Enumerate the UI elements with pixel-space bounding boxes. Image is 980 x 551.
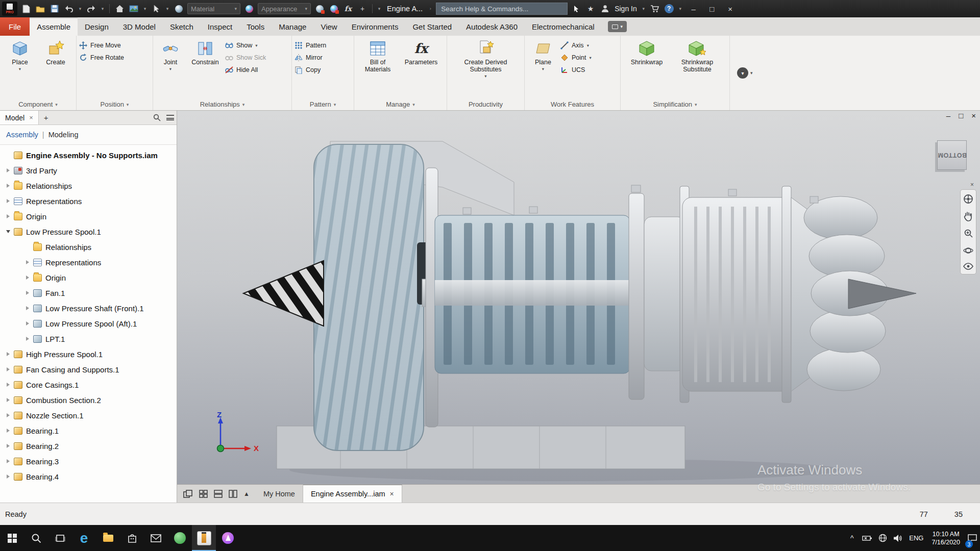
axis-button[interactable]: Axis ▾ — [560, 41, 592, 49]
tree-expand-icon[interactable] — [4, 457, 12, 465]
tree-expand-icon[interactable] — [4, 151, 12, 159]
pan-hand-icon[interactable] — [964, 211, 973, 221]
doc-restore-button[interactable]: □ — [959, 111, 963, 120]
ribbon-group-title-component[interactable]: Component▾ — [0, 98, 76, 110]
material-sphere-icon[interactable] — [173, 3, 184, 15]
tree-expand-icon[interactable] — [4, 472, 12, 481]
tree-expand-icon[interactable] — [4, 182, 12, 190]
close-doc-tab-icon[interactable]: × — [390, 490, 394, 498]
tab-assembly[interactable]: Assembly — [6, 131, 38, 139]
browser-tab-model[interactable]: Model × — [0, 111, 39, 124]
volume-icon[interactable] — [890, 525, 905, 551]
tree-item[interactable]: Low Pressure Spool.1 — [0, 224, 177, 239]
ribbon-tab[interactable]: Inspect — [201, 17, 239, 36]
engine-3d-model[interactable] — [177, 111, 980, 484]
tab-engine-assembly[interactable]: Engine Assembly...iam × — [303, 485, 402, 503]
shrinkwrap-button[interactable]: Shrinkwrap — [623, 38, 670, 66]
orbit-icon[interactable] — [963, 245, 973, 256]
tab-my-home[interactable]: My Home — [256, 485, 303, 503]
viewport[interactable]: – □ × BOTTOM × Z X — [177, 111, 980, 484]
tree-item[interactable]: Low Pressure Spool (Aft).1 — [0, 316, 177, 331]
file-explorer-button[interactable] — [96, 525, 120, 551]
tree-expand-icon[interactable] — [4, 166, 12, 174]
tile-horizontal-icon[interactable] — [214, 490, 223, 498]
appearance-sphere-icon[interactable] — [243, 3, 255, 15]
tray-chevron-icon[interactable]: ^ — [844, 525, 860, 551]
tree-item[interactable]: Origin — [0, 209, 177, 224]
taskbar-search-button[interactable] — [24, 525, 48, 551]
tile-grid-icon[interactable] — [199, 490, 208, 498]
browser-search-icon[interactable] — [150, 114, 163, 121]
favorites-star-icon[interactable]: ★ — [585, 3, 596, 15]
switch-documents-icon[interactable] — [183, 490, 193, 498]
panel-options-button[interactable]: ▾ ▾ — [737, 67, 753, 79]
tree-item[interactable]: Fan Casing and Supports.1 — [0, 362, 177, 377]
tree-expand-icon[interactable] — [4, 411, 12, 419]
minimize-button[interactable]: – — [686, 1, 701, 16]
maximize-button[interactable]: □ — [704, 1, 720, 16]
ribbon-tab[interactable]: Autodesk A360 — [459, 17, 525, 36]
tree-item[interactable]: LPT.1 — [0, 331, 177, 346]
tree-expand-icon[interactable] — [23, 289, 32, 297]
ribbon-tab[interactable]: Electromechanical — [525, 17, 602, 36]
ribbon-group-title-position[interactable]: Position▾ — [77, 98, 153, 110]
ribbon-group-title-pattern[interactable]: Pattern▾ — [292, 98, 354, 110]
place-button[interactable]: Place ▾ — [3, 38, 37, 71]
adjust-appearance-icon[interactable] — [314, 3, 325, 15]
tree-item[interactable]: Combustion Section.2 — [0, 392, 177, 408]
ribbon-display-toggle[interactable]: ▾ — [608, 21, 627, 32]
render-caret-icon[interactable]: ▾ — [142, 6, 148, 11]
save-icon[interactable] — [49, 3, 60, 15]
ribbon-tab[interactable]: View — [313, 17, 344, 36]
help-icon[interactable]: ? — [664, 3, 675, 15]
tree-item[interactable]: Bearing.3 — [0, 454, 177, 469]
tree-item[interactable]: Bearing.4 — [0, 469, 177, 484]
tree-expand-icon[interactable] — [23, 319, 32, 328]
sign-in-caret-icon[interactable]: ▾ — [641, 6, 646, 11]
tree-expand-icon[interactable] — [23, 304, 32, 312]
ribbon-tab[interactable]: Manage — [272, 17, 313, 36]
tree-item[interactable]: 3rd Party — [0, 163, 177, 178]
doc-close-button[interactable]: × — [971, 111, 976, 120]
ribbon-tab[interactable]: Get Started — [405, 17, 459, 36]
tree-expand-icon[interactable] — [4, 212, 12, 220]
network-globe-icon[interactable] — [875, 525, 890, 551]
tree-item[interactable]: Engine Assembly - No Supports.iam — [0, 147, 177, 163]
tree-item[interactable]: Bearing.1 — [0, 423, 177, 438]
tree-item[interactable]: Bearing.2 — [0, 438, 177, 454]
viewcube[interactable]: BOTTOM — [937, 140, 967, 170]
tree-item[interactable]: Relationships — [0, 239, 177, 255]
tree-expand-icon[interactable] — [4, 396, 12, 404]
tab-modeling[interactable]: Modeling — [48, 131, 79, 139]
quick-access-caret-icon[interactable]: ▾ — [377, 6, 382, 11]
select-cursor-icon[interactable] — [151, 3, 162, 15]
material-dropdown[interactable]: Material▾ — [187, 3, 240, 14]
plus-icon[interactable]: + — [357, 3, 368, 15]
tree-expand-icon[interactable] — [23, 273, 32, 282]
store-button[interactable] — [120, 525, 144, 551]
action-center-button[interactable]: 3 — [965, 525, 980, 551]
ribbon-group-title-relationships[interactable]: Relationships▾ — [153, 98, 291, 110]
battery-icon[interactable] — [860, 525, 875, 551]
help-caret-icon[interactable]: ▾ — [678, 6, 683, 11]
tile-vertical-icon[interactable] — [229, 490, 237, 498]
mirror-button[interactable]: Mirror — [295, 54, 326, 62]
tree-expand-icon[interactable] — [23, 243, 32, 251]
navbar-close-icon[interactable]: × — [970, 181, 974, 188]
tree-expand-icon[interactable] — [23, 335, 32, 343]
fx-parameters-icon[interactable]: fx — [342, 3, 354, 15]
hide-all-button[interactable]: Hide All — [225, 66, 266, 74]
doc-chevron-icon[interactable]: › — [428, 6, 433, 11]
pattern-button[interactable]: Pattern — [295, 41, 326, 49]
parameters-button[interactable]: fx Parameters — [400, 38, 442, 66]
edge-button[interactable]: e — [72, 525, 96, 551]
point-button[interactable]: Point ▾ — [560, 54, 592, 62]
ribbon-tab[interactable]: Tools — [239, 17, 272, 36]
open-icon[interactable] — [35, 3, 46, 15]
tree-expand-icon[interactable] — [4, 381, 12, 389]
close-button[interactable]: × — [723, 1, 738, 16]
taskbar-clock[interactable]: 10:10 AM 7/16/2020 — [927, 530, 965, 546]
home-icon[interactable] — [114, 3, 125, 15]
ribbon-group-title-productivity[interactable]: Productivity — [447, 98, 524, 110]
tree-item[interactable]: Core Casings.1 — [0, 377, 177, 392]
